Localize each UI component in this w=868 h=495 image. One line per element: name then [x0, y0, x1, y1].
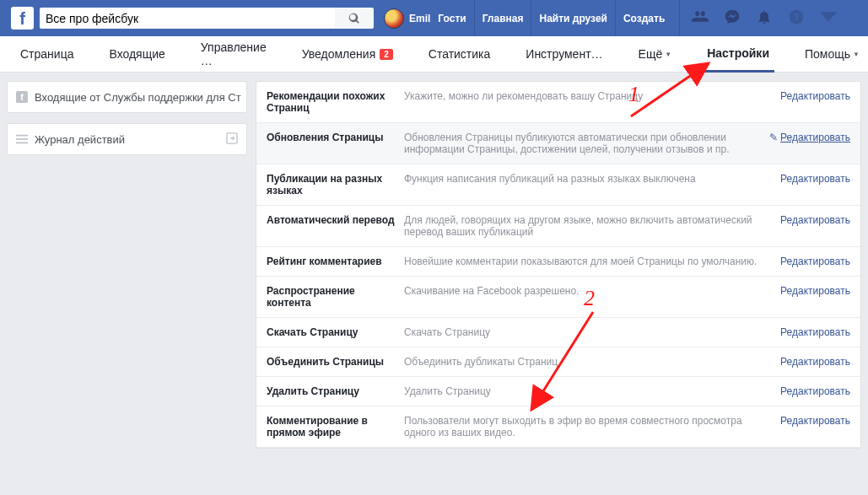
avatar[interactable]: [384, 8, 404, 29]
list-icon: [16, 133, 28, 145]
tab-notifications[interactable]: Уведомления 2: [297, 36, 398, 73]
edit-link[interactable]: Редактировать: [780, 173, 850, 185]
settings-row-label: Рейтинг комментариев: [267, 256, 404, 267]
settings-row-edit: Редактировать: [766, 214, 850, 238]
tab-help[interactable]: Помощь▼: [800, 36, 865, 73]
settings-row-edit: ✎Редактировать: [766, 132, 850, 155]
settings-row-label: Распространение контента: [267, 285, 404, 309]
settings-row-edit: Редактировать: [766, 326, 850, 338]
settings-row: Комментирование в прямом эфиреПользовате…: [256, 406, 860, 448]
settings-row-edit: Редактировать: [766, 90, 850, 114]
settings-row-desc: Пользователи могут выходить в эфир во вр…: [404, 415, 766, 439]
search-input[interactable]: [40, 8, 335, 29]
settings-row-desc: Функция написания публикаций на разных я…: [404, 173, 766, 196]
settings-row-label: Автоматический перевод: [267, 214, 404, 238]
svg-text:f: f: [20, 92, 24, 102]
account-menu-icon[interactable]: [820, 8, 837, 28]
tab-manage[interactable]: Управление …: [196, 36, 272, 73]
settings-row: Рекомендации похожих СтраницУкажите, мож…: [256, 82, 860, 123]
search-icon: [348, 13, 360, 24]
settings-panel: Рекомендации похожих СтраницУкажите, мож…: [256, 81, 861, 449]
settings-row: Удалить СтраницуУдалить СтраницуРедактир…: [256, 377, 860, 406]
settings-row-edit: Редактировать: [766, 173, 850, 196]
settings-row-edit: Редактировать: [766, 256, 850, 267]
svg-rect-5: [16, 138, 28, 140]
tab-help-label: Помощь: [805, 47, 850, 61]
sidebar-activity-log-label: Журнал действий: [35, 133, 125, 146]
facebook-logo[interactable]: f: [11, 7, 34, 30]
settings-row-desc: Удалить Страницу: [404, 385, 766, 397]
settings-row: Рейтинг комментариевНовейшие комментарии…: [256, 247, 860, 277]
settings-row-edit: Редактировать: [766, 415, 850, 439]
facebook-mini-icon: f: [16, 91, 28, 103]
user-name[interactable]: Emil: [409, 13, 430, 24]
chevron-down-icon: ▼: [853, 51, 860, 58]
settings-row-desc: Для людей, говорящих на другом языке, мо…: [404, 214, 766, 238]
settings-row-label: Обновления Страницы: [267, 132, 404, 155]
notifications-badge: 2: [380, 49, 393, 60]
help-icon[interactable]: ?: [788, 8, 805, 28]
edit-link[interactable]: Редактировать: [780, 385, 850, 397]
tab-notifications-label: Уведомления: [302, 47, 376, 61]
nav-home[interactable]: Главная: [474, 0, 531, 36]
sidebar-support-inbox-label: Входящие от Службы поддержки для Ст: [35, 91, 241, 104]
edit-link[interactable]: Редактировать: [780, 356, 850, 368]
settings-row-desc: Укажите, можно ли рекомендовать вашу Стр…: [404, 90, 766, 114]
svg-rect-6: [16, 143, 28, 144]
svg-text:?: ?: [794, 11, 800, 22]
edit-link[interactable]: Редактировать: [780, 285, 850, 297]
settings-row-desc: Скачать Страницу: [404, 326, 766, 338]
nav-create[interactable]: Создать: [615, 0, 672, 36]
settings-row: Распространение контентаСкачивание на Fa…: [256, 277, 860, 318]
edit-link[interactable]: Редактировать: [780, 256, 850, 267]
notifications-icon[interactable]: [756, 8, 773, 28]
tab-page[interactable]: Страница: [15, 36, 78, 73]
tab-insights[interactable]: Статистика: [423, 36, 496, 73]
settings-row: Автоматический переводДля людей, говорящ…: [256, 206, 860, 247]
settings-row: Обновления СтраницыОбновления Страницы п…: [256, 123, 860, 164]
friend-requests-icon[interactable]: [692, 8, 709, 28]
settings-row: Скачать СтраницуСкачать СтраницуРедактир…: [256, 318, 860, 347]
nav-find-friends[interactable]: Найти друзей: [531, 0, 614, 36]
settings-row-edit: Редактировать: [766, 356, 850, 368]
settings-row: Публикации на разных языкахФункция напис…: [256, 164, 860, 206]
chevron-down-icon: ▼: [665, 51, 671, 58]
settings-row-label: Комментирование в прямом эфире: [267, 415, 404, 439]
tab-tools[interactable]: Инструмент…: [520, 36, 607, 73]
sidebar-support-inbox[interactable]: f Входящие от Службы поддержки для Ст: [7, 81, 247, 113]
settings-row-label: Объединить Страницы: [267, 356, 404, 368]
settings-row-desc: Скачивание на Facebook разрешено.: [404, 285, 766, 309]
settings-row: Объединить СтраницыОбъединить дубликаты …: [256, 347, 860, 377]
settings-row-label: Скачать Страницу: [267, 326, 404, 338]
edit-link[interactable]: Редактировать: [780, 132, 850, 143]
svg-rect-4: [16, 135, 28, 137]
tab-more[interactable]: Ещё▼: [633, 36, 677, 73]
edit-link[interactable]: Редактировать: [780, 415, 850, 427]
nav-guests[interactable]: Гости: [430, 0, 473, 36]
sidebar-activity-log[interactable]: Журнал действий: [7, 123, 247, 155]
search-button[interactable]: [335, 8, 374, 29]
settings-row-desc: Новейшие комментарии показываются для мо…: [404, 256, 766, 267]
tab-inbox[interactable]: Входящие: [104, 36, 170, 73]
settings-row-label: Рекомендации похожих Страниц: [267, 90, 404, 114]
enter-icon: [226, 132, 238, 147]
edit-link[interactable]: Редактировать: [780, 326, 850, 338]
settings-row-desc: Объединить дубликаты Страниц: [404, 356, 766, 368]
settings-row-edit: Редактировать: [766, 385, 850, 397]
tab-settings[interactable]: Настройки: [702, 36, 774, 73]
edit-link[interactable]: Редактировать: [780, 214, 850, 226]
settings-row-label: Публикации на разных языках: [267, 173, 404, 196]
tab-more-label: Ещё: [639, 47, 663, 61]
messages-icon[interactable]: [724, 8, 741, 28]
settings-row-desc: Обновления Страницы публикуются автомати…: [404, 132, 766, 155]
settings-row-edit: Редактировать: [766, 285, 850, 309]
edit-link[interactable]: Редактировать: [780, 90, 850, 102]
pencil-icon: ✎: [769, 132, 778, 143]
settings-row-label: Удалить Страницу: [267, 385, 404, 397]
